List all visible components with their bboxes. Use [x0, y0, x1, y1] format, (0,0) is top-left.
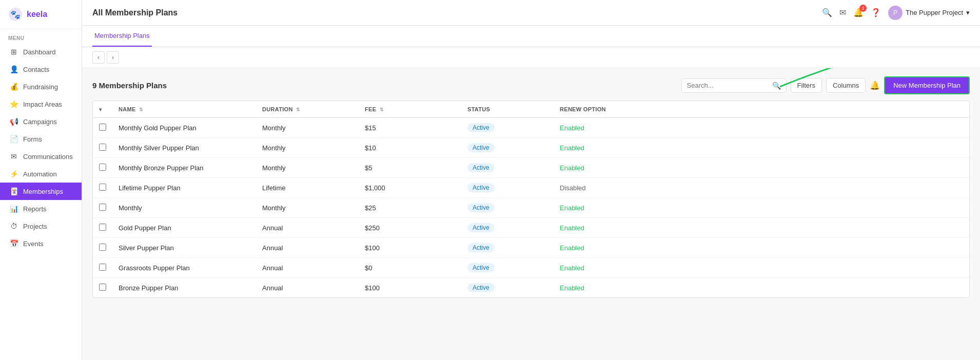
sidebar-item-label: Dashboard [23, 48, 56, 56]
table-row: Monthly Silver Pupper Plan Monthly $10 A… [93, 138, 969, 158]
sidebar-item-campaigns[interactable]: 📢 Campaigns [0, 113, 82, 130]
sidebar-item-label: Events [23, 240, 44, 248]
cell-name: Monthly Silver Pupper Plan [112, 138, 256, 158]
cell-duration: Annual [256, 238, 359, 258]
svg-text:🐾: 🐾 [10, 10, 21, 19]
status-badge: Active [467, 223, 495, 232]
table-row: Lifetime Pupper Plan Lifetime $1,000 Act… [93, 178, 969, 198]
sidebar-item-fundraising[interactable]: 💰 Fundraising [0, 78, 82, 95]
user-info[interactable]: P The Pupper Project ▾ [888, 6, 970, 20]
row-checkbox[interactable] [99, 164, 106, 171]
row-checkbox[interactable] [99, 224, 106, 231]
search-box[interactable]: 🔍 [681, 78, 787, 93]
cell-name: Bronze Pupper Plan [112, 278, 256, 298]
cell-status: Active [461, 238, 554, 258]
cell-renew: Enabled [554, 118, 969, 138]
renew-value: Enabled [560, 124, 584, 132]
cell-duration: Monthly [256, 158, 359, 178]
search-icon[interactable]: 🔍 [822, 8, 832, 17]
reports-icon: 📊 [10, 205, 18, 213]
nav-forward-button[interactable]: › [107, 51, 119, 64]
sidebar-item-label: Forms [23, 135, 42, 143]
cell-fee: $5 [359, 158, 461, 178]
row-checkbox[interactable] [99, 184, 106, 191]
nav-back-button[interactable]: ‹ [92, 51, 105, 64]
toolbar-right: 🔍 Filters Columns 🔔 New Membership Plan [681, 76, 970, 94]
bell-icon[interactable]: 🔔 [870, 81, 880, 90]
row-checkbox[interactable] [99, 244, 106, 251]
sort-icon-name[interactable]: ⇅ [139, 107, 143, 112]
status-badge: Active [467, 203, 495, 212]
mail-icon[interactable]: ✉ [839, 8, 846, 17]
col-header-name: NAME ⇅ [112, 101, 256, 118]
row-checkbox[interactable] [99, 284, 106, 291]
campaigns-icon: 📢 [10, 117, 18, 126]
sidebar-item-projects[interactable]: ⏱ Projects [0, 217, 82, 235]
table-row: Bronze Pupper Plan Annual $100 Active En… [93, 278, 969, 298]
avatar: P [888, 6, 903, 20]
status-badge: Active [467, 163, 495, 172]
tab-membership-plans[interactable]: Membership Plans [92, 26, 152, 47]
cell-status: Active [461, 198, 554, 218]
cell-renew: Enabled [554, 138, 969, 158]
cell-renew: Enabled [554, 218, 969, 238]
renew-value: Disabled [560, 184, 586, 192]
sidebar-item-events[interactable]: 📅 Events [0, 235, 82, 252]
row-checkbox[interactable] [99, 264, 106, 271]
status-badge: Active [467, 263, 495, 272]
impact-areas-icon: ⭐ [10, 100, 18, 108]
cell-status: Active [461, 258, 554, 278]
renew-value: Enabled [560, 224, 584, 232]
sort-icon-fee[interactable]: ⇅ [380, 107, 384, 112]
keela-logo-icon: 🐾 [8, 7, 23, 22]
row-select-dropdown[interactable]: ▾ [99, 107, 102, 112]
sidebar-item-label: Fundraising [23, 83, 58, 91]
cell-renew: Enabled [554, 258, 969, 278]
sidebar-item-label: Campaigns [23, 118, 57, 126]
status-badge: Active [467, 123, 495, 132]
notification-badge: 1 [859, 5, 867, 12]
main-content: All Membership Plans 🔍 ✉ 🔔 1 ❓ P The Pup… [82, 0, 980, 360]
row-checkbox[interactable] [99, 204, 106, 211]
sidebar-item-impact-areas[interactable]: ⭐ Impact Areas [0, 95, 82, 113]
col-header-duration: DURATION ⇅ [256, 101, 359, 118]
sidebar-item-automation[interactable]: ⚡ Automation [0, 165, 82, 183]
sidebar-item-forms[interactable]: 📄 Forms [0, 130, 82, 148]
nav-arrows: ‹ › [82, 47, 980, 68]
columns-button[interactable]: Columns [826, 78, 866, 93]
contacts-icon: 👤 [10, 65, 18, 73]
notification-icon[interactable]: 🔔 1 [853, 8, 864, 17]
search-input[interactable] [687, 82, 769, 89]
sidebar: 🐾 keela MENU ⊞ Dashboard 👤 Contacts 💰 Fu… [0, 0, 82, 360]
sidebar-item-contacts[interactable]: 👤 Contacts [0, 61, 82, 78]
sidebar-item-label: Reports [23, 205, 47, 213]
table-count: 9 Membership Plans [92, 81, 167, 90]
sidebar-item-communications[interactable]: ✉ Communications [0, 148, 82, 165]
new-membership-plan-button[interactable]: New Membership Plan [884, 76, 970, 94]
cell-status: Active [461, 218, 554, 238]
cell-duration: Annual [256, 278, 359, 298]
sidebar-item-reports[interactable]: 📊 Reports [0, 200, 82, 217]
top-header: All Membership Plans 🔍 ✉ 🔔 1 ❓ P The Pup… [82, 0, 980, 26]
sidebar-item-label: Impact Areas [23, 101, 62, 108]
sort-icon-duration[interactable]: ⇅ [296, 107, 300, 112]
renew-value: Enabled [560, 264, 584, 272]
renew-value: Enabled [560, 244, 584, 252]
page-title: All Membership Plans [92, 8, 178, 17]
help-icon[interactable]: ❓ [871, 8, 881, 17]
user-name: The Pupper Project [906, 9, 963, 16]
user-dropdown-icon: ▾ [966, 9, 970, 16]
sidebar-item-label: Projects [23, 223, 47, 230]
col-header-fee: FEE ⇅ [359, 101, 461, 118]
sidebar-item-dashboard[interactable]: ⊞ Dashboard [0, 43, 82, 61]
row-checkbox[interactable] [99, 144, 106, 151]
filters-button[interactable]: Filters [791, 78, 822, 93]
cell-renew: Disabled [554, 178, 969, 198]
search-icon: 🔍 [772, 82, 781, 90]
row-checkbox[interactable] [99, 124, 106, 131]
cell-fee: $10 [359, 138, 461, 158]
cell-duration: Monthly [256, 198, 359, 218]
sidebar-logo: 🐾 keela [0, 0, 82, 29]
fundraising-icon: 💰 [10, 83, 18, 91]
sidebar-item-memberships[interactable]: 🃏 Memberships [0, 183, 82, 200]
